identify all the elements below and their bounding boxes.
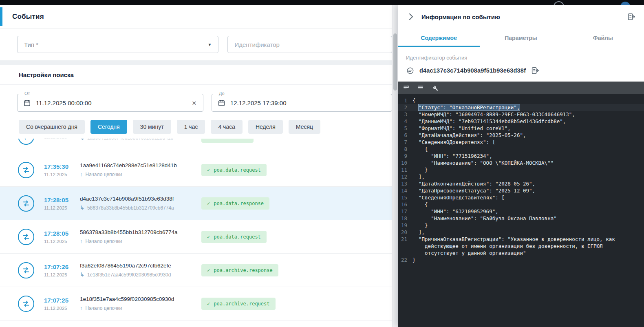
line-number: 3	[398, 111, 412, 118]
chain-icon: ↑	[80, 171, 83, 177]
event-id: f3a62ef08786455190a72c97cfb62efe	[80, 263, 201, 269]
line-text: "Наименование": "ООО \"КОПЕЙКА-МОСКВА\""	[412, 159, 644, 166]
event-row[interactable]: 17:35:30 11.12.2025 1aa9e41168c74eb288e7…	[0, 153, 392, 187]
panel-header: Информация по событию	[398, 5, 644, 29]
line-number: 1	[398, 97, 412, 104]
code-line: 15 "СведенияОПредставителях": [	[398, 194, 644, 201]
code-line: 4 "ДанныеМЧД": "7eb9371415344ebd8b5ed143…	[398, 118, 644, 125]
event-chain: ↳ 1e18f351e7aa4c599f02030985c0930d	[80, 272, 201, 278]
event-row[interactable]: 17:07:26 11.12.2025 f3a62ef08786455190a7…	[0, 254, 392, 287]
check-icon: ✓	[207, 301, 210, 307]
line-text: }	[412, 222, 644, 229]
line-number: 7	[398, 139, 412, 146]
event-date: 11.12.2025	[44, 139, 80, 140]
type-select[interactable]: Тип * ▼	[17, 36, 218, 53]
line-text: "ИНН": "7715196234",	[412, 152, 644, 159]
line-number: 6	[398, 132, 412, 139]
settings-wrench-icon[interactable]	[431, 84, 438, 91]
quick-range-button[interactable]: 30 минут	[133, 120, 171, 134]
event-date: 11.12.2025	[44, 306, 80, 311]
panel-tab[interactable]: Содержимое	[398, 29, 480, 47]
event-id-block: 586378a33b8b455bb1b312709cb6774a ↑ Начал…	[80, 229, 201, 244]
search-settings-header: Настройки поиска	[0, 65, 392, 85]
event-id: 1e18f351e7aa4c599f02030985c0930d	[80, 296, 201, 302]
event-row[interactable]: 17:28:05 11.12.2025 586378a33b8b455bb1b3…	[0, 220, 392, 254]
event-time-block: 17:07:25 11.12.2025	[44, 297, 80, 311]
check-icon: ✓	[207, 167, 210, 173]
line-text: "ДатаПрисвоенияСтатуса": "2025-12-09",	[412, 187, 644, 194]
event-row[interactable]: 17:28:05 11.12.2025 d4ac137c3c714b908a9f…	[0, 187, 392, 220]
date-from-field[interactable]: От 11.12.2025 00:00:00 ×	[17, 94, 203, 112]
panel-tab[interactable]: Параметры	[480, 29, 562, 47]
chevron-down-icon: ▼	[208, 42, 212, 47]
avatar[interactable]	[554, 1, 564, 5]
line-number: 2	[398, 104, 412, 111]
quick-range-button[interactable]: Сегодня	[90, 120, 127, 134]
event-date: 11.12.2025	[44, 205, 80, 210]
line-number: 12	[398, 173, 412, 180]
code-line: 17 "ИНН": "632109052969",	[398, 208, 644, 215]
event-date: 11.12.2025	[44, 172, 80, 177]
line-number: 19	[398, 222, 412, 229]
event-id-label: Идентификатор события	[406, 55, 636, 61]
event-time-block: 17:28:05 11.12.2025	[44, 230, 80, 244]
event-time-block: 17:35:30 11.12.2025	[44, 163, 80, 177]
line-number: 21	[398, 236, 412, 243]
code-line: 7 "СведенияОДоверителях": [	[398, 139, 644, 146]
check-icon: ✓	[207, 139, 210, 139]
quick-range-button[interactable]: 1 час	[177, 120, 205, 134]
line-number: 15	[398, 194, 412, 201]
export-event-icon[interactable]	[627, 12, 636, 21]
code-line: 5 "ФорматМЧД": "Unified_coreV1",	[398, 125, 644, 132]
line-text: }	[412, 256, 644, 263]
format-json-icon[interactable]	[403, 84, 410, 91]
status-text: poa.archive.response	[214, 267, 273, 273]
line-text: "СведенияОПредставителях": [	[412, 194, 644, 201]
wrap-lines-icon[interactable]	[417, 84, 424, 91]
line-text: "Наименование": "Байбуза Оксана Павловна…	[412, 215, 644, 222]
code-line: 13 "ДатаОкончанияДействия": "2028-05-26"…	[398, 180, 644, 187]
quick-range-button[interactable]: Месяц	[289, 120, 320, 134]
line-text: ],	[412, 173, 644, 180]
identifier-input[interactable]	[227, 36, 392, 53]
top-app-bar	[0, 0, 644, 5]
event-id-block: f3a62ef08786455190a72c97cfb62efe ↳ 1e18f…	[80, 263, 201, 278]
quick-range-button[interactable]: Со вчерашнего дня	[19, 120, 85, 134]
code-line: 22 }	[398, 256, 644, 263]
notification-icon[interactable]	[620, 2, 630, 5]
panel-tab[interactable]: Файлы	[562, 29, 644, 47]
status-text: poa.data.request	[214, 234, 261, 240]
json-code-viewer[interactable]: 1 { 2 "Статус": "ОтказаноВРегистрации", …	[398, 94, 644, 327]
event-id-block: 1e18f351e7aa4c599f02030985c0930d ↑ Начал…	[80, 296, 201, 311]
scrollbar-thumb[interactable]	[393, 33, 397, 91]
vertical-scrollbar[interactable]	[392, 5, 398, 327]
code-line: 14 "ДатаПрисвоенияСтатуса": "2025-12-09"…	[398, 187, 644, 194]
code-line: 18 "Наименование": "Байбуза Оксана Павло…	[398, 215, 644, 222]
date-to-label: До	[217, 91, 227, 96]
line-text: {	[412, 146, 644, 152]
event-chain: ↑ Начало цепочки	[80, 171, 201, 177]
calendar-icon	[218, 99, 225, 107]
line-text: "ИНН": "632109052969",	[412, 208, 644, 215]
code-line: 19 }	[398, 222, 644, 229]
quick-range-button[interactable]: Неделя	[248, 120, 283, 134]
line-text: ],	[412, 229, 644, 236]
date-to-field[interactable]: До 12.12.2025 17:39:00	[212, 94, 392, 112]
line-text: "ФорматМЧД": "Unified_coreV1",	[412, 125, 644, 132]
chain-text: Начало цепочки	[86, 305, 122, 311]
clear-date-icon[interactable]: ×	[191, 99, 197, 107]
page-header: События	[0, 5, 392, 29]
quick-range-button[interactable]: 4 часа	[211, 120, 243, 134]
event-row[interactable]: 17:07:25 11.12.2025 1e18f351e7aa4c599f02…	[0, 287, 392, 320]
collapse-panel-chevron-icon[interactable]	[406, 12, 416, 22]
line-text: "ДатаНачалаДействия": "2025-05-26",	[412, 132, 644, 139]
copy-event-id-icon[interactable]	[531, 66, 540, 75]
date-to-value: 12.12.2025 17:39:00	[230, 99, 386, 106]
event-time: 17:07:25	[44, 297, 80, 304]
line-text: "НомерМЧД": "36094974-8B89-29FC-E063-033…	[412, 111, 644, 118]
exchange-icon	[18, 162, 34, 178]
line-number: 14	[398, 187, 412, 194]
line-number: 5	[398, 125, 412, 132]
event-row[interactable]: 11.12.2025 ↳ 1aa9e41168c74eb288e7c51e812…	[0, 139, 392, 153]
event-id: 586378a33b8b455bb1b312709cb6774a	[80, 229, 201, 235]
